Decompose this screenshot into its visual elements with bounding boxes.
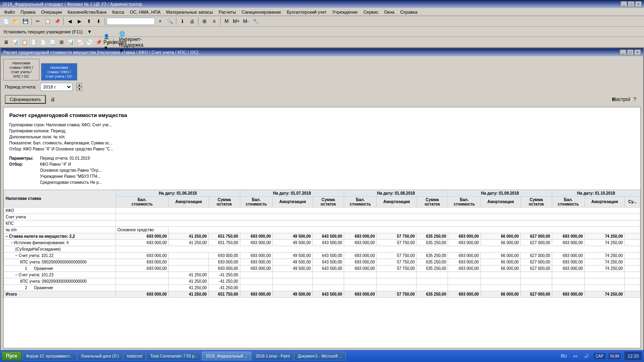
tb-save[interactable]: 💾 <box>21 17 30 26</box>
start-button[interactable]: Пуск <box>2 351 22 361</box>
menu-treasury[interactable]: Казначейство/Банк <box>65 9 109 15</box>
tb-mminus[interactable]: M- <box>242 17 250 26</box>
tb-icon6[interactable]: 📃 <box>48 38 57 47</box>
menu-help[interactable]: Справка <box>398 9 420 15</box>
menu-windows[interactable]: Окна <box>382 9 397 15</box>
params-values: Период отчета: 01.01.2019 КФО Равно "4" … <box>40 155 102 185</box>
tb-mplus[interactable]: M+ <box>232 17 241 26</box>
menu-materials[interactable]: Материальные запасы <box>164 9 216 15</box>
toolbar1: 📄 📂 💾 ✂ 📋 📌 ◀ ▶ ⬆ ⬇ × 🔍 ℹ 🖨 ⊞ ≡ M M+ M- … <box>0 16 644 27</box>
tb-table[interactable]: ⊞ <box>200 17 209 26</box>
task-forum[interactable]: Форум 1С программист... <box>23 352 76 360</box>
tb-cut[interactable]: ✂ <box>33 17 42 26</box>
task-word[interactable]: Документ1 - Microsoft ... <box>294 352 346 360</box>
tray-quotes: «» <box>572 354 579 358</box>
tb-back[interactable]: ◀ <box>65 17 74 26</box>
tb-icon3[interactable]: 📋 <box>20 38 29 47</box>
form-button[interactable]: Сформировать <box>5 95 46 104</box>
tb-icon4[interactable]: 📑 <box>29 38 38 47</box>
tb-dropdown[interactable]: ▼ <box>85 27 94 36</box>
tb-print[interactable]: 🖨 <box>188 17 196 26</box>
tb-wrench[interactable]: 🔧 <box>251 17 260 26</box>
report-content[interactable]: Расчет среднегодовой стоимости имущества… <box>3 107 641 348</box>
taskbar-cap: CAP <box>594 353 605 359</box>
tb-info[interactable]: ℹ <box>178 17 187 26</box>
maximize-btn[interactable]: □ <box>628 1 634 7</box>
th-sum5: Су... <box>625 196 640 207</box>
tb-find[interactable]: 🔍 <box>165 17 174 26</box>
menu-cash[interactable]: Касса <box>110 9 127 15</box>
search-input[interactable] <box>107 18 155 25</box>
tb-open[interactable]: 📂 <box>11 17 20 26</box>
menu-sanction[interactable]: Санкционирование <box>239 9 283 15</box>
tb-icon8[interactable]: 📊 <box>66 38 75 47</box>
period-select[interactable]: 2018 г. 2017 г. 2019 г. <box>40 83 72 91</box>
table-row: КПС учета: 09020000000000000000 41 250,0… <box>4 278 640 284</box>
title-bar: 2018_Федеральный стандарт / Филиал № 1 Ц… <box>0 0 644 8</box>
table-row: (СубсидиНаГосзадание) <box>4 246 640 252</box>
th-bal5: Бал.стоимость <box>552 196 584 207</box>
settings-btn[interactable]: Настройки <box>620 95 629 104</box>
minimize-btn[interactable]: _ <box>621 1 627 7</box>
th-amor1: Амортизация <box>169 196 208 207</box>
tb-list[interactable]: ≡ <box>210 17 219 26</box>
close-btn[interactable]: × <box>635 1 642 7</box>
th-bal1: Бал.стоимость <box>116 196 169 207</box>
report-minimize-btn[interactable]: _ <box>620 49 626 55</box>
menu-institution[interactable]: Учреждение <box>330 9 360 15</box>
tb-paste[interactable]: 📌 <box>53 17 62 26</box>
tb-copy[interactable]: 📋 <box>43 17 52 26</box>
collapse-icon[interactable]: − <box>6 234 8 239</box>
tb-m[interactable]: M <box>222 17 231 26</box>
menu-edit[interactable]: Правка <box>18 9 38 15</box>
tb-icon2[interactable]: 📊 <box>11 38 20 47</box>
th-amor5: Амортизация <box>585 196 625 207</box>
tb-icon1[interactable]: 🖥 <box>2 38 10 47</box>
menu-operations[interactable]: Операции <box>39 9 64 15</box>
taskbar-num: NUM <box>609 353 621 359</box>
tb-search[interactable]: × <box>156 17 165 26</box>
tab-kps-os[interactable]: Налоговаяставка / КФО /Счет учета /КПС /… <box>3 59 39 80</box>
task-totalcmd[interactable]: totalcmd <box>124 352 146 360</box>
tb-new[interactable]: 📄 <box>2 17 10 26</box>
spin-up[interactable]: ▲ <box>76 83 82 87</box>
selection-line1: КФО Равно "4" И <box>40 161 102 167</box>
tray-ru: RU <box>559 354 568 358</box>
menu-os[interactable]: ОС, НМА, НПА <box>127 9 163 15</box>
report-indicators: Показатели: Бал. стоимость; Амортизация;… <box>9 140 635 146</box>
collapse-icon3[interactable]: − <box>15 253 18 258</box>
help-icon[interactable]: ? <box>630 95 639 104</box>
menu-calc[interactable]: Расчеты <box>216 9 238 15</box>
report-close-btn[interactable]: × <box>634 49 641 55</box>
collapse-icon4[interactable]: − <box>15 273 18 277</box>
tab-os[interactable]: Налоговаяставка / КФО /Счет учета / ОС <box>41 63 77 80</box>
th-date-oct: На дату: 01.10.2018 <box>552 190 640 196</box>
task-federal[interactable]: 2018_Федеральный ... <box>202 352 251 360</box>
tb-up[interactable]: ⬆ <box>85 17 93 26</box>
selection-line2: Основное средство Равно "Огр... <box>40 167 102 173</box>
task-tc755[interactable]: Total Commander 7.55 p... <box>147 352 201 360</box>
period-param: Период отчета: 01.01.2019 <box>40 155 102 161</box>
report-info-block: Расчет среднегодовой стоимости имущества… <box>4 107 640 190</box>
total-label: Итого <box>4 291 116 297</box>
controls-row: Период отчета: 2018 г. 2017 г. 2019 г. ▲… <box>1 80 643 93</box>
report-grouping-cols: Группировки колонок: Период; <box>9 128 635 134</box>
menu-file[interactable]: Файл <box>2 9 17 15</box>
menu-service[interactable]: Сервис <box>361 9 381 15</box>
tb-down[interactable]: ⬇ <box>94 17 103 26</box>
print-btn[interactable]: 🖨 <box>48 95 57 104</box>
tb-icon11[interactable]: 📌 <box>94 38 103 47</box>
menu-accounting[interactable]: Бухгалтерский учет <box>284 9 329 15</box>
task-drive[interactable]: Локальный диск (D:) <box>77 352 123 360</box>
collapse-icon2[interactable]: − <box>10 241 13 245</box>
tb-icon5[interactable]: 📄 <box>39 38 47 47</box>
tb-icon7[interactable]: ⊞ <box>57 38 66 47</box>
tb-forward[interactable]: ▶ <box>75 17 84 26</box>
taskbar-right: RU «» 🔊 CAP NUM 12:20 <box>559 350 642 362</box>
report-restore-btn[interactable]: □ <box>627 49 634 55</box>
tb-internet[interactable]: 🌐 Интернет-поддержка ▼ <box>127 38 136 47</box>
task-paint[interactable]: 2018-1.bmp - Paint <box>252 352 293 360</box>
tb-icon10[interactable]: 📉 <box>85 38 94 47</box>
spin-down[interactable]: ▼ <box>76 87 82 91</box>
tb-icon9[interactable]: 📈 <box>76 38 85 47</box>
